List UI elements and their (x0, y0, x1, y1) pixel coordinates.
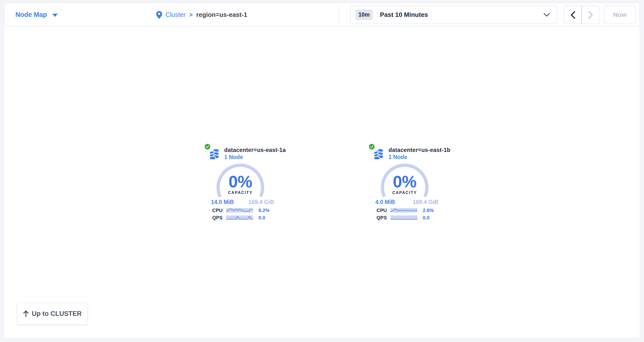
up-to-cluster-label: Up to CLUSTER (32, 310, 82, 318)
up-to-cluster-button[interactable]: Up to CLUSTER (17, 303, 88, 325)
capacity-label: CAPACITY (216, 191, 265, 195)
capacity-percent: 0% (216, 173, 265, 190)
datacenter-title: datacenter=us-east-1b (388, 147, 450, 153)
cpu-sparkline (226, 208, 253, 213)
view-selector-dropdown[interactable]: Node Map (16, 3, 58, 26)
database-stack-icon (209, 148, 220, 159)
chevron-down-icon (544, 13, 550, 17)
datacenter-module-us-east-1a[interactable]: datacenter=us-east-1a 1 Node 0% CAPACITY… (199, 143, 282, 226)
cpu-value: 2.6% (423, 208, 434, 213)
qps-label: QPS (376, 215, 387, 221)
capacity-values: 14.0 MiB 169.4 GiB (211, 199, 274, 205)
capacity-label: CAPACITY (380, 191, 429, 195)
time-prev-button[interactable] (564, 5, 582, 24)
breadcrumb-separator: > (189, 11, 193, 18)
time-range-badge: 10m (356, 9, 372, 20)
qps-label: QPS (212, 215, 222, 221)
cpu-label: CPU (376, 208, 387, 213)
now-button[interactable]: Now (604, 5, 636, 24)
time-nav-group (564, 5, 600, 24)
qps-value: 0.0 (258, 215, 265, 221)
breadcrumb-cluster-link[interactable]: Cluster (166, 11, 186, 18)
qps-sparkline (390, 215, 417, 220)
header-bar: Node Map Cluster > region=us-east-1 10m … (4, 3, 640, 26)
datacenter-title: datacenter=us-east-1a (224, 147, 286, 153)
database-stack-icon (374, 148, 384, 159)
time-range-label: Past 10 Minutes (380, 11, 428, 18)
qps-metric-row: QPS 0.0 (376, 215, 438, 220)
qps-sparkline (226, 215, 253, 220)
cpu-sparkline (390, 208, 417, 213)
datacenter-node-count: 1 Node (388, 154, 407, 160)
cpu-metric-row: CPU 9.2% (212, 208, 273, 213)
header-divider (339, 5, 339, 24)
capacity-percent: 0% (380, 173, 429, 190)
time-range-dropdown[interactable]: 10m Past 10 Minutes (350, 5, 557, 24)
location-pin-icon (156, 11, 162, 19)
caret-down-icon (52, 14, 58, 17)
qps-metric-row: QPS 0.0 (212, 215, 273, 220)
view-selector-label: Node Map (16, 11, 47, 18)
capacity-total: 169.4 GiB (248, 199, 274, 205)
cpu-value: 9.2% (258, 208, 270, 213)
cpu-metric-row: CPU 2.6% (376, 208, 438, 213)
chevron-right-icon (588, 11, 593, 19)
capacity-values: 4.0 MiB 169.4 GiB (375, 199, 438, 205)
cpu-label: CPU (212, 208, 222, 213)
capacity-used: 14.0 MiB (211, 199, 234, 205)
chevron-left-icon (570, 11, 575, 19)
breadcrumb: Cluster > region=us-east-1 (156, 3, 247, 26)
breadcrumb-current: region=us-east-1 (196, 11, 248, 18)
datacenter-node-count: 1 Node (224, 154, 243, 160)
datacenter-module-us-east-1b[interactable]: datacenter=us-east-1b 1 Node 0% CAPACITY… (363, 143, 446, 226)
node-map-canvas: Node Map Cluster > region=us-east-1 10m … (4, 3, 640, 338)
arrow-up-icon (23, 310, 29, 317)
time-next-button[interactable] (582, 5, 600, 24)
capacity-total: 169.4 GiB (413, 199, 438, 205)
qps-value: 0.0 (423, 215, 430, 221)
capacity-used: 4.0 MiB (375, 199, 395, 205)
